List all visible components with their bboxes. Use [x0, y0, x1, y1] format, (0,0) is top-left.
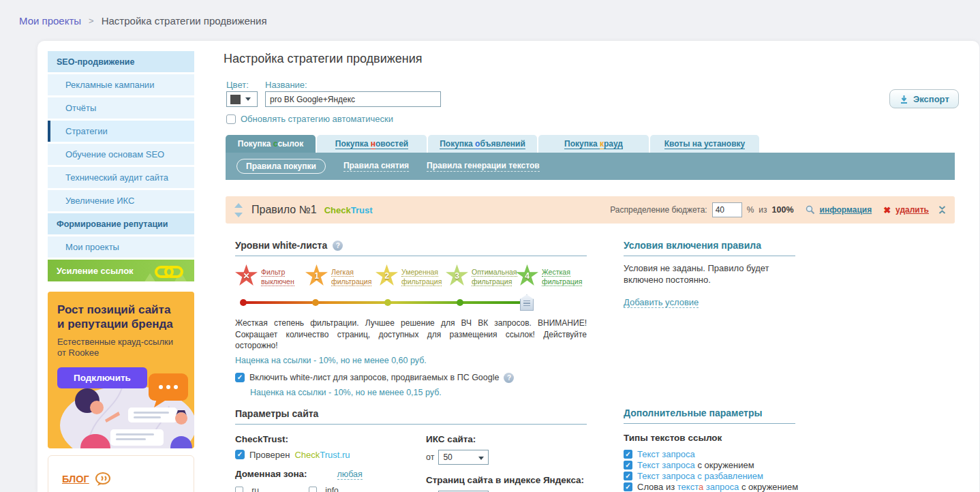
- sidebar: SEO-продвижение Рекламные кампании Отчёт…: [48, 51, 194, 283]
- whitelist-heading: Уровни white-листа ?: [235, 240, 587, 256]
- type-checkbox[interactable]: [624, 461, 632, 470]
- rule-delete-link[interactable]: удалить: [895, 205, 929, 215]
- sidebar-item-strategies[interactable]: Стратегии: [48, 121, 194, 142]
- sidebar-item-seo[interactable]: SEO-продвижение: [48, 51, 194, 72]
- filter-description: Жесткая степень фильтрации. Лучшее решен…: [235, 318, 587, 351]
- tab-buy-news[interactable]: Покупка новостей: [317, 135, 427, 153]
- whitelist-section: Уровни white-листа ? ✕ Фильтрвыключен 1 …: [235, 240, 587, 492]
- type-row-query-text[interactable]: Текст запроса: [624, 449, 795, 460]
- promo-subtitle: Естественные крауд-ссылкиот Rookee: [57, 337, 194, 360]
- star-icon: 2: [376, 264, 398, 286]
- type-checkbox[interactable]: [624, 450, 632, 459]
- auto-update-row[interactable]: Обновлять стратегию автоматически: [226, 114, 393, 124]
- sidebar-item-link-boost[interactable]: Усиление ссылок: [48, 260, 194, 281]
- level-moderate-filter[interactable]: 2 Умереннаяфильтрация: [376, 264, 446, 286]
- blog-box: БЛОГ: [48, 455, 194, 492]
- tab-buy-ads[interactable]: Покупка объявлений: [428, 135, 537, 153]
- add-condition-link[interactable]: Добавить условие: [624, 297, 699, 308]
- type-checkbox[interactable]: [624, 482, 632, 491]
- sidebar-item-iks-boost[interactable]: Увеличение ИКС: [48, 190, 194, 211]
- slider-dot[interactable]: [457, 299, 463, 306]
- collapse-icon[interactable]: [938, 205, 947, 215]
- download-arrow-icon: [899, 94, 909, 104]
- subtab-buy-rules[interactable]: Правила покупки: [236, 159, 326, 174]
- tab-buy-crowd[interactable]: Покупка крауд: [538, 135, 649, 153]
- rule-controls: Распределение бюджета: % из 100% информа…: [610, 202, 947, 217]
- sidebar-item-ad-campaigns[interactable]: Рекламные кампании: [48, 74, 194, 95]
- checktrust-checkbox[interactable]: [235, 450, 245, 459]
- whitelist-levels: ✕ Фильтрвыключен 1 Легкаяфильтрация 2 Ум…: [235, 264, 587, 286]
- slider-dot[interactable]: [240, 299, 247, 306]
- rule-header: Правило №1 CheckTrust Распределение бюдж…: [226, 196, 955, 224]
- type-row-words-with-surroundings[interactable]: Слова из текста запроса с окружением: [624, 482, 795, 492]
- site-params: CheckTrust: Проверен CheckTrust.ru Домен…: [235, 434, 587, 492]
- promo-connect-button[interactable]: Подключить: [57, 367, 147, 388]
- budget-input[interactable]: [712, 202, 742, 217]
- sidebar-item-label: Усиление ссылок: [57, 266, 134, 276]
- subtab-text-generation-rules[interactable]: Правила генерации текстов: [427, 161, 540, 172]
- checktrust-row[interactable]: Проверен CheckTrust.ru: [235, 450, 426, 460]
- markup-note-google: Наценка на ссылки - 10%, но не менее 0,1…: [250, 388, 587, 397]
- zone-checkbox[interactable]: [309, 487, 317, 492]
- delete-x-icon: ✖: [883, 205, 891, 215]
- of-label: из: [759, 205, 767, 215]
- zone-checkbox[interactable]: [235, 487, 243, 492]
- help-icon[interactable]: ?: [333, 241, 343, 251]
- checktrust-label: CheckTrust:: [235, 434, 426, 444]
- zone-row-info[interactable]: .info: [309, 486, 382, 492]
- breadcrumb: Мои проекты > Настройка стратегии продви…: [19, 15, 267, 27]
- promo-title: Рост позиций сайтаи репутации бренда: [57, 303, 194, 332]
- domain-zone-label: Доменная зона:: [235, 469, 307, 479]
- type-row-query-diluted[interactable]: Текст запроса с разбавлением: [624, 471, 795, 482]
- export-button[interactable]: Экспорт: [889, 89, 959, 108]
- conditions-heading: Условия включения правила: [624, 240, 795, 256]
- sidebar-item-seo-training[interactable]: Обучение основам SEO: [48, 144, 194, 165]
- sidebar-item-reports[interactable]: Отчёты: [48, 97, 194, 119]
- star-icon: 3: [446, 264, 468, 286]
- color-select[interactable]: [226, 91, 258, 107]
- slider-dot[interactable]: [384, 299, 391, 306]
- level-optimal-filter[interactable]: 3 Оптимальнаяфильтрация: [446, 264, 516, 286]
- breadcrumb-parent-link[interactable]: Мои проекты: [19, 15, 81, 27]
- main-panel: SEO-продвижение Рекламные кампании Отчёт…: [37, 41, 979, 492]
- tab-install-quotas[interactable]: Квоты на установку: [650, 135, 759, 153]
- subtab-bar: Правила покупки Правила снятия Правила г…: [226, 153, 955, 180]
- zone-row-ru[interactable]: .ru: [235, 486, 309, 492]
- chevron-down-icon: [245, 97, 251, 101]
- level-light-filter[interactable]: 1 Легкаяфильтрация: [305, 264, 376, 286]
- rule-title: Правило №1: [251, 204, 317, 216]
- level-filter-off[interactable]: ✕ Фильтрвыключен: [235, 264, 305, 286]
- slider-dot[interactable]: [312, 299, 319, 306]
- type-checkbox[interactable]: [624, 472, 632, 480]
- link-text-types: Текст запроса Текст запроса с окружением…: [624, 449, 795, 492]
- tab-bar: Покупка ссылок Покупка новостей Покупка …: [226, 135, 759, 153]
- magnifier-icon[interactable]: [806, 205, 815, 215]
- google-whitelist-row[interactable]: Включить white-лист для запросов, продви…: [235, 373, 587, 383]
- name-label: Название:: [265, 80, 307, 90]
- breadcrumb-separator: >: [89, 16, 94, 26]
- promo-banner[interactable]: Рост позиций сайтаи репутации бренда Ест…: [48, 292, 194, 448]
- subtab-removal-rules[interactable]: Правила снятия: [343, 161, 409, 172]
- slider-handle[interactable]: [520, 294, 534, 311]
- level-strict-filter[interactable]: 4 Жесткаяфильтрация: [516, 264, 586, 286]
- sort-arrows-icon[interactable]: [234, 203, 243, 217]
- type-row-query-with-surroundings[interactable]: Текст запроса с окружением: [624, 460, 795, 471]
- sidebar-item-tech-audit[interactable]: Технический аудит сайта: [48, 167, 194, 188]
- budget-label: Распределение бюджета:: [610, 205, 707, 215]
- help-icon[interactable]: ?: [504, 373, 514, 383]
- sidebar-item-reputation[interactable]: Формирование репутации: [48, 213, 194, 234]
- star-icon: 1: [305, 264, 328, 286]
- strategy-name-input[interactable]: [265, 91, 441, 107]
- auto-update-checkbox[interactable]: [226, 114, 236, 124]
- auto-update-label: Обновлять стратегию автоматически: [241, 114, 393, 124]
- checktrust-link[interactable]: CheckTrust.ru: [294, 450, 350, 460]
- rule-info-link[interactable]: информация: [820, 205, 872, 215]
- breadcrumb-current: Настройка стратегии продвижения: [102, 15, 267, 27]
- color-swatch: [230, 95, 241, 104]
- any-zone-link[interactable]: любая: [337, 470, 363, 480]
- iks-select[interactable]: 50: [438, 450, 489, 465]
- google-whitelist-checkbox[interactable]: [235, 373, 245, 382]
- blog-link[interactable]: БЛОГ: [62, 472, 111, 486]
- tab-buy-links[interactable]: Покупка ссылок: [226, 135, 316, 153]
- sidebar-item-my-projects[interactable]: Мои проекты: [48, 236, 194, 258]
